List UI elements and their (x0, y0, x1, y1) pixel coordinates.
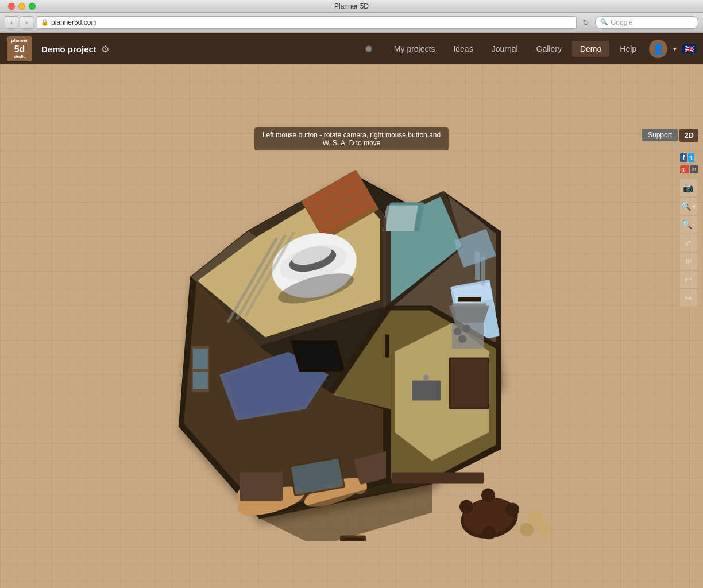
svg-point-57 (481, 488, 495, 502)
svg-rect-77 (342, 537, 364, 541)
svg-rect-50 (452, 303, 486, 307)
units-button[interactable]: ft² (680, 253, 697, 270)
search-placeholder: Google (611, 18, 633, 26)
svg-rect-74 (481, 257, 485, 285)
svg-point-48 (458, 335, 466, 343)
back-button[interactable]: ‹ (5, 16, 18, 29)
house-3d-view (145, 127, 558, 541)
support-button[interactable]: Support (642, 129, 678, 141)
tooltip-text: Left mouse button - rotate camera, right… (262, 131, 441, 147)
nav-gallery[interactable]: Gallery (528, 41, 570, 57)
svg-rect-62 (392, 472, 484, 483)
svg-point-60 (520, 523, 534, 536)
svg-rect-64 (385, 334, 389, 357)
url-text: planner5d.com (51, 18, 96, 26)
forward-button[interactable]: › (20, 16, 33, 29)
tooltip: Left mouse button - rotate camera, right… (254, 127, 449, 150)
nav-my-projects[interactable]: My projects (386, 41, 443, 57)
svg-point-52 (423, 374, 429, 380)
twitter-button[interactable]: t (688, 153, 694, 162)
social-share-button[interactable]: in (690, 165, 698, 173)
user-dropdown-arrow[interactable]: ▼ (672, 46, 678, 52)
svg-rect-73 (475, 251, 480, 280)
fullscreen-button[interactable]: ⤢ (680, 234, 697, 252)
zoom-out-button[interactable]: 🔍- (680, 216, 697, 233)
address-bar[interactable]: 🔒 planner5d.com (37, 16, 577, 29)
close-button[interactable] (8, 3, 15, 10)
svg-rect-38 (240, 472, 283, 501)
facebook-button[interactable]: f (680, 153, 687, 162)
nav-ideas[interactable]: Ideas (445, 41, 481, 57)
right-toolbar: f t g+ in 📷 🔍+ 🔍- ⤢ ft² ↩ ↪ (680, 153, 698, 307)
svg-point-58 (482, 525, 496, 539)
svg-rect-27 (294, 343, 341, 367)
view-2d-button[interactable]: 2D (679, 129, 698, 142)
avatar[interactable]: 👤 (649, 40, 667, 58)
svg-rect-71 (193, 349, 208, 369)
browser-title: Planner 5D (334, 2, 369, 10)
language-flag[interactable]: 🇬🇧 (682, 44, 696, 53)
status-dot (365, 45, 372, 52)
logo-text-5d: 5d (11, 44, 28, 55)
undo-button[interactable]: ↩ (680, 271, 697, 288)
settings-button[interactable]: ⚙ (101, 44, 109, 55)
refresh-button[interactable]: ↻ (580, 16, 592, 29)
nav-demo[interactable]: Demo (572, 41, 609, 57)
svg-rect-44 (451, 359, 488, 407)
minimize-button[interactable] (18, 3, 25, 10)
svg-marker-63 (383, 216, 386, 308)
canvas-area: Left mouse button - rotate camera, right… (0, 64, 703, 588)
screenshot-button[interactable]: 📷 (680, 179, 697, 196)
nav-journal[interactable]: Journal (484, 41, 526, 57)
svg-point-56 (505, 502, 519, 516)
svg-rect-72 (193, 372, 208, 389)
svg-rect-16 (382, 205, 418, 231)
search-icon: 🔍 (600, 18, 608, 26)
svg-marker-49 (449, 305, 489, 323)
svg-point-46 (454, 327, 462, 335)
search-bar[interactable]: 🔍 Google (595, 16, 698, 29)
nav-links: My projects Ideas Journal Gallery Demo H… (386, 41, 644, 57)
project-name: Demo project (41, 44, 96, 54)
svg-point-55 (459, 500, 473, 513)
address-icon: 🔒 (41, 18, 49, 26)
google-plus-button[interactable]: g+ (680, 165, 689, 173)
svg-point-61 (536, 522, 551, 537)
redo-button[interactable]: ↪ (680, 289, 697, 307)
logo-text-studio: studio (11, 55, 28, 59)
svg-point-47 (462, 324, 470, 332)
svg-rect-65 (458, 297, 481, 301)
logo-area: planner 5d studio (7, 36, 32, 61)
maximize-button[interactable] (29, 3, 36, 10)
floor-plan-svg (145, 127, 558, 541)
svg-rect-51 (412, 380, 441, 400)
zoom-in-button[interactable]: 🔍+ (680, 198, 697, 215)
logo-box: planner 5d studio (7, 36, 32, 61)
nav-help[interactable]: Help (612, 41, 644, 57)
logo-text-planner: planner (11, 38, 28, 44)
